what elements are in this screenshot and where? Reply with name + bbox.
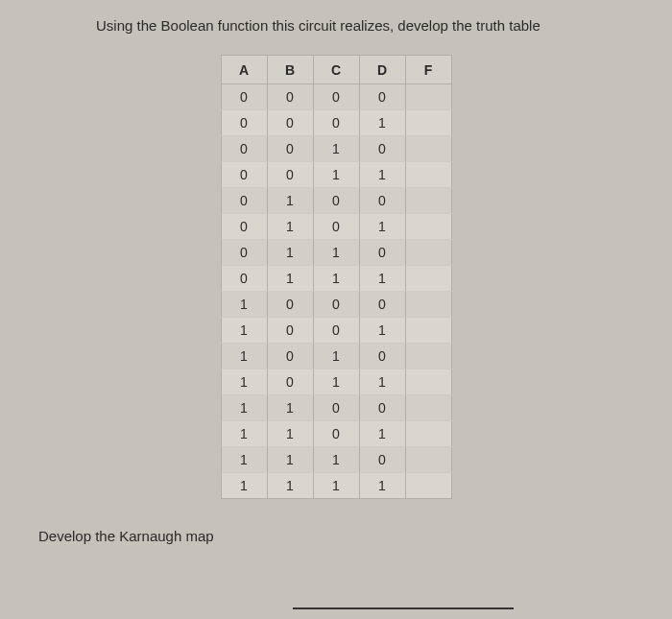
- instruction-bottom-text: Develop the Karnaugh map: [38, 528, 643, 544]
- table-cell: [405, 369, 451, 395]
- underline-rule: [293, 607, 514, 609]
- page-container: Using the Boolean function this circuit …: [0, 0, 672, 563]
- table-cell: 0: [221, 188, 267, 214]
- table-cell: 0: [221, 110, 267, 136]
- table-cell: 1: [359, 421, 405, 447]
- table-cell: [405, 84, 451, 110]
- table-row: 0111: [221, 266, 451, 292]
- table-cell: 1: [221, 421, 267, 447]
- table-cell: 0: [313, 110, 359, 136]
- table-body: 0000000100100011010001010110011110001001…: [221, 84, 451, 499]
- table-cell: [405, 110, 451, 136]
- col-header-a: A: [221, 56, 267, 84]
- table-cell: 1: [359, 318, 405, 344]
- table-cell: 0: [359, 240, 405, 266]
- table-header-row: A B C D F: [221, 56, 451, 84]
- table-cell: 0: [221, 84, 267, 110]
- table-cell: 1: [221, 318, 267, 344]
- table-cell: 0: [267, 318, 313, 344]
- table-cell: [405, 266, 451, 292]
- table-cell: 0: [359, 344, 405, 369]
- table-row: 0010: [221, 136, 451, 162]
- table-cell: [405, 136, 451, 162]
- table-cell: 0: [359, 84, 405, 110]
- table-cell: 0: [221, 162, 267, 188]
- table-cell: 0: [267, 110, 313, 136]
- table-cell: [405, 240, 451, 266]
- table-row: 1101: [221, 421, 451, 447]
- table-cell: 1: [221, 473, 267, 499]
- table-row: 0011: [221, 162, 451, 188]
- truth-table-wrapper: A B C D F 000000010010001101000101011001…: [29, 55, 643, 499]
- table-cell: 1: [359, 214, 405, 240]
- table-row: 1010: [221, 344, 451, 369]
- table-cell: 0: [359, 188, 405, 214]
- table-cell: 0: [267, 292, 313, 318]
- table-cell: 1: [267, 266, 313, 292]
- table-cell: 1: [267, 188, 313, 214]
- table-cell: 1: [313, 473, 359, 499]
- table-cell: 1: [313, 447, 359, 473]
- col-header-d: D: [359, 56, 405, 84]
- table-cell: 1: [359, 473, 405, 499]
- table-cell: 0: [267, 136, 313, 162]
- table-cell: 1: [313, 266, 359, 292]
- table-cell: 1: [267, 421, 313, 447]
- table-row: 1100: [221, 395, 451, 421]
- table-cell: 1: [267, 214, 313, 240]
- table-cell: 1: [267, 395, 313, 421]
- table-cell: 1: [221, 447, 267, 473]
- table-cell: 0: [359, 136, 405, 162]
- table-cell: 0: [313, 214, 359, 240]
- table-cell: 1: [221, 344, 267, 369]
- table-cell: 1: [221, 395, 267, 421]
- table-cell: 0: [267, 344, 313, 369]
- table-row: 0100: [221, 188, 451, 214]
- table-cell: 0: [359, 395, 405, 421]
- table-cell: [405, 395, 451, 421]
- col-header-c: C: [313, 56, 359, 84]
- table-cell: 1: [267, 447, 313, 473]
- table-cell: 1: [313, 240, 359, 266]
- table-row: 1110: [221, 447, 451, 473]
- table-cell: 0: [359, 447, 405, 473]
- table-cell: [405, 292, 451, 318]
- table-cell: 0: [313, 84, 359, 110]
- table-row: 0001: [221, 110, 451, 136]
- table-cell: 1: [313, 136, 359, 162]
- table-cell: [405, 473, 451, 499]
- table-cell: 1: [313, 162, 359, 188]
- table-cell: [405, 318, 451, 344]
- table-cell: [405, 344, 451, 369]
- table-cell: 1: [359, 266, 405, 292]
- table-cell: 0: [267, 162, 313, 188]
- instruction-top-text: Using the Boolean function this circuit …: [96, 17, 643, 34]
- table-cell: 0: [221, 266, 267, 292]
- table-cell: 0: [221, 214, 267, 240]
- table-cell: 1: [359, 162, 405, 188]
- table-cell: [405, 421, 451, 447]
- table-cell: [405, 162, 451, 188]
- table-row: 1001: [221, 318, 451, 344]
- table-cell: 1: [359, 110, 405, 136]
- table-row: 0000: [221, 84, 451, 110]
- table-cell: 0: [221, 240, 267, 266]
- table-cell: 0: [221, 136, 267, 162]
- table-row: 1000: [221, 292, 451, 318]
- table-cell: 0: [313, 188, 359, 214]
- table-cell: 0: [313, 421, 359, 447]
- truth-table: A B C D F 000000010010001101000101011001…: [221, 55, 452, 499]
- table-cell: 0: [313, 318, 359, 344]
- table-cell: 0: [359, 292, 405, 318]
- table-cell: [405, 447, 451, 473]
- table-cell: 1: [359, 369, 405, 395]
- table-cell: 1: [313, 344, 359, 369]
- table-row: 1111: [221, 473, 451, 499]
- table-row: 0101: [221, 214, 451, 240]
- table-cell: 1: [221, 292, 267, 318]
- table-row: 0110: [221, 240, 451, 266]
- table-cell: 1: [221, 369, 267, 395]
- table-cell: 1: [267, 240, 313, 266]
- table-cell: 1: [313, 369, 359, 395]
- table-cell: 0: [267, 369, 313, 395]
